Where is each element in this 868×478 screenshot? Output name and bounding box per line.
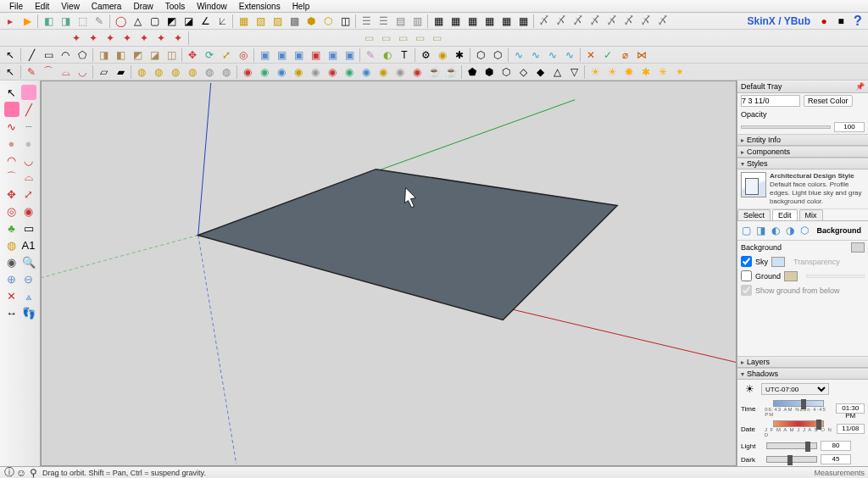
push3-icon[interactable]: ◩ (130, 47, 145, 63)
date-slider[interactable] (773, 420, 824, 427)
select-tool-icon[interactable]: ↖ (4, 85, 19, 100)
cube-icon[interactable]: ⬢ (303, 14, 319, 29)
sun2-icon[interactable]: ☀ (604, 64, 620, 80)
ground-transparency-slider[interactable] (806, 275, 865, 278)
stack2-icon[interactable]: ☰ (376, 14, 391, 29)
camera-icon[interactable]: ◉ (4, 254, 19, 270)
pencil-icon[interactable]: ✎ (24, 64, 39, 80)
push2-icon[interactable]: ◧ (113, 47, 128, 63)
triangle-icon[interactable]: △ (130, 14, 145, 29)
grid6-icon[interactable]: ▦ (515, 14, 531, 29)
hatch2-icon[interactable]: 〆 (554, 14, 569, 29)
sphere2-icon[interactable]: ● (21, 136, 36, 151)
extra-icon[interactable]: ✕ (583, 47, 598, 63)
arc4-tool-icon[interactable]: ⌓ (21, 170, 36, 185)
extra3-icon[interactable]: ⌀ (617, 47, 632, 63)
bezier-icon[interactable]: ⌒ (41, 64, 56, 80)
rect-icon[interactable]: ▭ (41, 47, 56, 63)
watermark-settings-icon[interactable]: ◑ (785, 223, 794, 238)
model-settings-icon[interactable]: ⬡ (799, 223, 809, 238)
shape3-icon[interactable]: ⬚ (75, 14, 90, 29)
solid2-icon[interactable]: ◍ (151, 64, 166, 80)
hatch6-icon[interactable]: 〆 (621, 14, 637, 29)
line-icon[interactable]: ╱ (24, 47, 39, 63)
crop-icon[interactable]: ⟁ (21, 288, 36, 303)
menu-view[interactable]: View (55, 1, 86, 12)
push5-icon[interactable]: ◫ (164, 47, 179, 63)
section-layers[interactable]: Layers (737, 356, 868, 368)
gear-icon[interactable]: ✱ (452, 47, 467, 63)
section-components[interactable]: Components (737, 146, 868, 158)
shape-icon[interactable]: ◧ (41, 14, 56, 29)
star7-icon[interactable]: ✦ (170, 31, 186, 46)
info-icon[interactable]: ⓘ (4, 468, 14, 478)
move-icon[interactable]: ✥ (185, 47, 200, 63)
box2-icon[interactable]: ▧ (253, 14, 268, 29)
stack3-icon[interactable]: ▤ (392, 14, 408, 29)
bezier3-icon[interactable]: ◡ (75, 64, 90, 80)
section-styles[interactable]: Styles (737, 158, 868, 170)
protractor-icon[interactable]: ◐ (380, 47, 395, 63)
solid-icon[interactable]: ◍ (134, 64, 149, 80)
star2-icon[interactable]: ✦ (86, 31, 101, 46)
tray-pin-icon[interactable]: 📌 (855, 82, 865, 91)
view6-icon[interactable]: ▣ (342, 47, 357, 63)
mesh4-icon[interactable]: ◉ (291, 64, 306, 80)
view4-icon[interactable]: ▣ (308, 47, 323, 63)
sky-checkbox[interactable] (741, 256, 752, 267)
mesh10-icon[interactable]: ◉ (392, 64, 408, 80)
dimension-icon[interactable]: ↔ (4, 305, 19, 320)
mesh-icon[interactable]: ◉ (240, 64, 255, 80)
shadow-toggle-icon[interactable]: ☀ (742, 381, 757, 397)
mesh9-icon[interactable]: ◉ (376, 64, 391, 80)
arc2-tool-icon[interactable]: ◡ (21, 153, 36, 168)
shape5-tool-icon[interactable]: ◆ (532, 64, 548, 80)
menu-draw[interactable]: Draw (127, 1, 159, 12)
box3-icon[interactable]: ▨ (270, 14, 285, 29)
hatch5-icon[interactable]: 〆 (604, 14, 620, 29)
shape6-tool-icon[interactable]: △ (549, 64, 565, 80)
stack4-icon[interactable]: ▥ (409, 14, 425, 29)
geo-icon[interactable]: ⚲ (28, 468, 38, 478)
paint-icon[interactable]: ◍ (4, 237, 19, 253)
reset-color-button[interactable]: Reset Color (804, 95, 853, 107)
teapot-icon[interactable]: ☕ (426, 64, 442, 80)
cube3-icon[interactable]: ◫ (337, 14, 353, 29)
light-slider[interactable] (766, 442, 817, 449)
poly-icon[interactable]: ⬠ (75, 47, 90, 63)
eraser2-icon[interactable] (4, 102, 19, 117)
hatch7-icon[interactable]: 〆 (638, 14, 654, 29)
tab-select[interactable]: Select (737, 209, 771, 220)
target2-icon[interactable]: ◉ (21, 203, 36, 219)
menu-camera[interactable]: Camera (86, 1, 128, 12)
angle2-icon[interactable]: ⟀ (214, 14, 230, 29)
grid2-icon[interactable]: ▦ (448, 14, 463, 29)
view3-icon[interactable]: ▣ (291, 47, 306, 63)
push-icon[interactable]: ◨ (96, 47, 111, 63)
box4-icon[interactable]: ▩ (287, 14, 302, 29)
folder5-icon[interactable]: ▭ (429, 31, 444, 46)
edit-icon[interactable]: ✎ (92, 14, 107, 29)
mesh2-icon[interactable]: ◉ (257, 64, 272, 80)
view2-icon[interactable]: ▣ (274, 47, 289, 63)
walk-icon[interactable]: 👣 (21, 305, 36, 320)
star3-icon[interactable]: ✦ (103, 31, 118, 46)
menu-extensions[interactable]: Extensions (233, 1, 287, 12)
grid3-icon[interactable]: ▦ (465, 14, 480, 29)
tab-edit[interactable]: Edit (772, 209, 798, 220)
bezier2-icon[interactable]: ⌓ (58, 64, 73, 80)
date-value[interactable]: 11/08 (837, 424, 865, 434)
hatch8-icon[interactable]: 〆 (655, 14, 670, 29)
rotate-icon[interactable]: ⟳ (202, 47, 217, 63)
corner2-icon[interactable]: ◪ (181, 14, 196, 29)
style-thumbnail[interactable] (741, 172, 766, 197)
dark-value[interactable]: 45 (821, 454, 851, 464)
square-icon[interactable]: ▢ (147, 14, 162, 29)
record-icon[interactable]: ● (816, 14, 832, 29)
sun6-icon[interactable]: ✴ (672, 64, 687, 80)
scale-tool-icon[interactable]: ⤢ (21, 186, 36, 202)
menu-window[interactable]: Window (191, 1, 233, 12)
time-slider[interactable] (773, 400, 824, 407)
star6-icon[interactable]: ✦ (153, 31, 169, 46)
label2-icon[interactable]: A1 (21, 237, 36, 253)
